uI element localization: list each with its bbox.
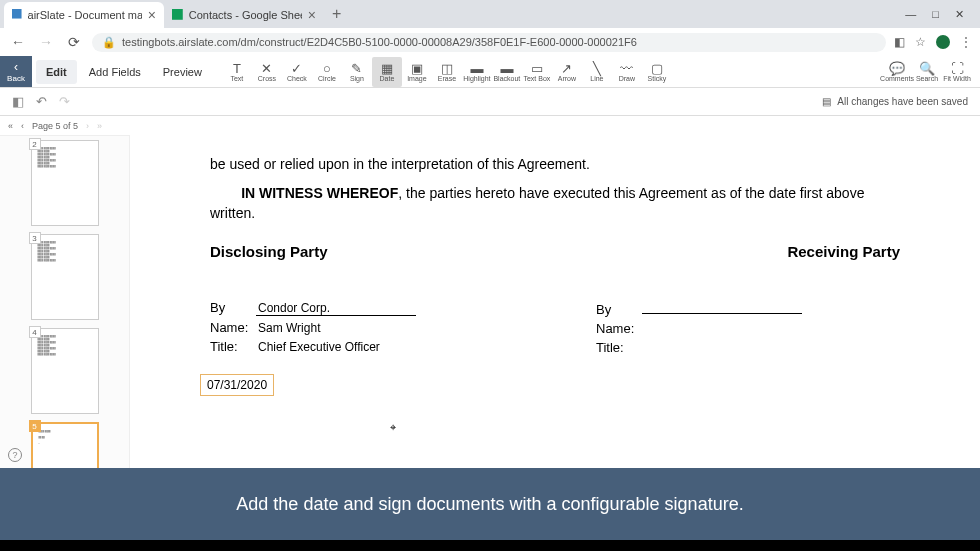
svg-rect-0	[12, 9, 22, 19]
blackout-icon: ▬	[500, 61, 513, 75]
disclosing-signature: ByCondor Corp. Name:Sam Wright Title:Chi…	[210, 300, 416, 396]
browser-tab-active[interactable]: airSlate - Document manager ×	[4, 2, 164, 28]
receiving-signature: By Name: Title:	[596, 300, 802, 396]
tool-draw[interactable]: 〰Draw	[612, 57, 642, 87]
help-button[interactable]: ?	[8, 448, 22, 462]
first-page-icon[interactable]: «	[8, 121, 13, 131]
menu-icon[interactable]: ⋮	[960, 35, 972, 49]
tool-image[interactable]: ▣Image	[402, 57, 432, 87]
page-indicator: Page 5 of 5	[32, 121, 78, 131]
tool-blackout[interactable]: ▬Blackout	[492, 57, 522, 87]
close-window-icon[interactable]: ✕	[955, 8, 964, 21]
tool-date[interactable]: ▦Date	[372, 57, 402, 87]
thumbnail[interactable]: 3████ ████ ████████ ████████ ████ ██████…	[31, 234, 99, 320]
textbox-icon: ▭	[531, 61, 543, 75]
tool-circle[interactable]: ○Circle	[312, 57, 342, 87]
airslate-favicon	[12, 9, 22, 21]
extension-icon[interactable]: ◧	[894, 35, 905, 49]
content: 2████ ████ ████████ ████████ ████ ██████…	[0, 136, 980, 496]
url-field[interactable]: 🔒 testingbots.airslate.com/dm/construct/…	[92, 33, 886, 52]
reload-icon[interactable]: ⟳	[64, 34, 84, 50]
cross-icon: ✕	[261, 61, 272, 75]
thumbnail-panel[interactable]: 2████ ████ ████████ ████████ ████ ██████…	[0, 136, 130, 496]
sheets-favicon	[172, 9, 183, 21]
text-icon: T	[233, 61, 241, 75]
save-icon: ▤	[822, 96, 831, 107]
image-icon: ▣	[411, 61, 423, 75]
tab-edit[interactable]: Edit	[36, 60, 77, 84]
toolbar-right: 💬Comments 🔍Search ⛶Fit Width	[882, 56, 980, 87]
fit-width-icon: ⛶	[951, 61, 964, 75]
line-icon: ╲	[593, 61, 601, 75]
circle-icon: ○	[323, 61, 331, 75]
lock-icon: 🔒	[102, 36, 116, 49]
title-value[interactable]: Chief Executive Officer	[256, 340, 380, 354]
search-button[interactable]: 🔍Search	[912, 57, 942, 87]
tool-sign[interactable]: ✎Sign	[342, 57, 372, 87]
forward-icon: →	[36, 34, 56, 50]
prev-page-icon[interactable]: ‹	[21, 121, 24, 131]
maximize-icon[interactable]: □	[932, 8, 939, 21]
name-value[interactable]: Sam Wright	[256, 321, 320, 335]
url-text: testingbots.airslate.com/dm/construct/E2…	[122, 36, 637, 48]
comments-button[interactable]: 💬Comments	[882, 57, 912, 87]
back-button[interactable]: ‹ Back	[0, 56, 32, 87]
close-icon[interactable]: ×	[148, 7, 156, 23]
avatar[interactable]	[936, 35, 950, 49]
date-field[interactable]: 07/31/2020	[200, 374, 274, 396]
tool-cross[interactable]: ✕Cross	[252, 57, 282, 87]
tool-textbox[interactable]: ▭Text Box	[522, 57, 552, 87]
tools: TText ✕Cross ✓Check ○Circle ✎Sign ▦Date …	[216, 56, 678, 87]
browser-tab[interactable]: Contacts - Google Sheets ×	[164, 2, 324, 28]
highlight-icon: ▬	[470, 61, 483, 75]
thumbnail[interactable]: 2████ ████ ████████ ████████ ████ ██████…	[31, 140, 99, 226]
draw-icon: 〰	[620, 61, 633, 75]
undo-icon[interactable]: ↶	[36, 94, 47, 109]
thumbnail[interactable]: 4████ ████ ████████ ████████ ████ ██████…	[31, 328, 99, 414]
page-nav: « ‹ Page 5 of 5 › »	[0, 116, 130, 136]
doc-paragraph: IN WITNESS WHEREOF, the parties hereto h…	[210, 184, 900, 223]
document-area[interactable]: be used or relied upon in the interpreta…	[130, 136, 980, 496]
panel-icon[interactable]: ◧	[12, 94, 24, 109]
tab-title: Contacts - Google Sheets	[189, 9, 302, 21]
new-tab-button[interactable]: +	[324, 5, 349, 23]
tab-title: airSlate - Document manager	[28, 9, 142, 21]
tool-erase[interactable]: ◫Erase	[432, 57, 462, 87]
by-value-empty[interactable]	[642, 300, 802, 314]
doc-text: be used or relied upon in the interpreta…	[210, 156, 900, 172]
tool-text[interactable]: TText	[222, 57, 252, 87]
close-icon[interactable]: ×	[308, 7, 316, 23]
bookmark-icon[interactable]: ☆	[915, 35, 926, 49]
back-icon[interactable]: ←	[8, 34, 28, 50]
sign-icon: ✎	[351, 61, 362, 75]
search-icon: 🔍	[919, 61, 935, 75]
disclosing-party-header: Disclosing Party	[210, 243, 328, 260]
tool-arrow[interactable]: ↗Arrow	[552, 57, 582, 87]
tab-bar: airSlate - Document manager × Contacts -…	[0, 0, 980, 28]
window-controls: — □ ✕	[905, 8, 976, 21]
last-page-icon: »	[97, 121, 102, 131]
comment-icon: 💬	[889, 61, 905, 75]
fit-width-button[interactable]: ⛶Fit Width	[942, 57, 972, 87]
tool-check[interactable]: ✓Check	[282, 57, 312, 87]
sticky-icon: ▢	[651, 61, 663, 75]
mode-tabs: Edit Add Fields Preview	[32, 56, 216, 87]
tool-sticky[interactable]: ▢Sticky	[642, 57, 672, 87]
party-headers: Disclosing Party Receiving Party	[210, 243, 900, 260]
app: ‹ Back Edit Add Fields Preview TText ✕Cr…	[0, 56, 980, 496]
tool-highlight[interactable]: ▬Highlight	[462, 57, 492, 87]
browser-chrome: airSlate - Document manager × Contacts -…	[0, 0, 980, 56]
tool-line[interactable]: ╲Line	[582, 57, 612, 87]
tab-preview[interactable]: Preview	[153, 60, 212, 84]
check-icon: ✓	[291, 61, 302, 75]
tab-add-fields[interactable]: Add Fields	[79, 60, 151, 84]
date-icon: ▦	[381, 61, 393, 75]
next-page-icon: ›	[86, 121, 89, 131]
by-value[interactable]: Condor Corp.	[256, 301, 416, 316]
sub-bar: ◧ ↶ ↷ ▤ All changes have been saved	[0, 88, 980, 116]
toolbar: ‹ Back Edit Add Fields Preview TText ✕Cr…	[0, 56, 980, 88]
mouse-cursor: ⌖	[390, 421, 396, 434]
document-page: be used or relied upon in the interpreta…	[150, 136, 960, 416]
svg-rect-1	[172, 9, 183, 20]
minimize-icon[interactable]: —	[905, 8, 916, 21]
